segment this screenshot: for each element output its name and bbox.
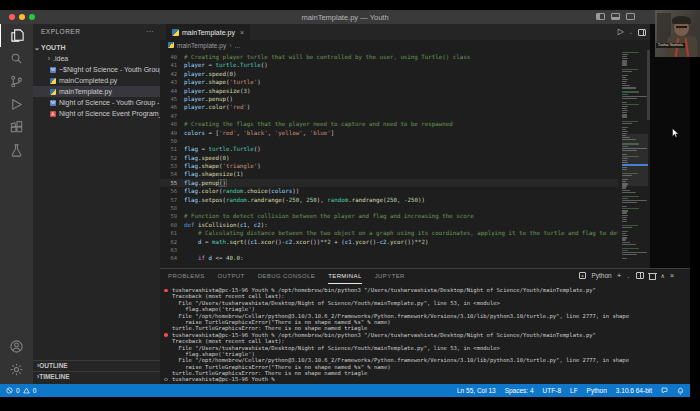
word-file-icon: W bbox=[50, 100, 56, 106]
warning-count: 0 bbox=[33, 387, 37, 394]
python-interpreter[interactable]: 3.10.6 64-bit bbox=[616, 387, 652, 394]
terminal-output[interactable]: tusharvashista@pc-15-96 Youth % /opt/hom… bbox=[164, 287, 684, 382]
python-file-icon bbox=[50, 78, 56, 84]
explorer-sidebar: EXPLORER ··· ⌄YOUTH ›.idea W~$Night of S… bbox=[33, 24, 160, 384]
feedback-icon[interactable] bbox=[661, 387, 668, 395]
gear-icon bbox=[9, 362, 24, 377]
toggle-secondary-sidebar-icon[interactable] bbox=[626, 13, 635, 20]
vscode-window: mainTemplate.py — Youth bbox=[0, 0, 700, 411]
language-mode[interactable]: Python bbox=[587, 387, 607, 394]
code-line: 53flag.shape('triangle') bbox=[160, 162, 618, 170]
split-editor-icon[interactable] bbox=[638, 29, 646, 36]
breadcrumb[interactable]: mainTemplate.py › … bbox=[160, 40, 650, 50]
eol-sequence[interactable]: LF bbox=[570, 387, 578, 394]
outline-section[interactable]: ›OUTLINE bbox=[33, 360, 160, 371]
code-editor[interactable]: 40# Creating player turtle that will be … bbox=[160, 50, 650, 268]
toggle-panel-icon[interactable] bbox=[611, 13, 620, 20]
account-button[interactable] bbox=[0, 335, 33, 358]
python-file-icon bbox=[168, 42, 174, 48]
code-line: 57flag.setpos(random.randrange(-250, 250… bbox=[160, 196, 618, 204]
explorer-file-row[interactable]: ANight of Science Event Program_Y... bbox=[33, 108, 160, 119]
toggle-sidebar-icon[interactable] bbox=[596, 13, 605, 20]
cursor-position[interactable]: Ln 55, Col 13 bbox=[457, 387, 496, 394]
code-line: 52flag.speed(0) bbox=[160, 154, 618, 162]
kill-terminal-icon[interactable] bbox=[649, 272, 656, 280]
breadcrumb-separator-icon: › bbox=[229, 42, 231, 49]
code-line: 63 bbox=[160, 246, 618, 254]
explorer-title: EXPLORER bbox=[41, 28, 80, 35]
tab-output[interactable]: OUTPUT bbox=[218, 269, 245, 284]
tab-label: mainTemplate.py bbox=[182, 29, 235, 36]
tab-problems[interactable]: PROBLEMS bbox=[168, 269, 205, 284]
activity-bar bbox=[0, 24, 33, 384]
webcam-overlay: Tushar Vashista bbox=[655, 10, 700, 57]
sidebar-item-testing[interactable] bbox=[0, 139, 33, 162]
source-control-icon bbox=[9, 74, 24, 89]
error-icon bbox=[6, 387, 13, 395]
mouse-cursor bbox=[672, 124, 679, 142]
explorer-file-row[interactable]: mainCompleted.py bbox=[33, 75, 160, 86]
code-line: 49colors = ['red', 'black', 'yellow', 'b… bbox=[160, 129, 618, 137]
code-area[interactable]: 40# Creating player turtle that will be … bbox=[160, 50, 618, 268]
code-line: 50 bbox=[160, 137, 618, 145]
chevron-down-icon: ⌄ bbox=[33, 42, 41, 53]
notifications-bell-icon[interactable] bbox=[677, 386, 684, 394]
minimap[interactable] bbox=[622, 52, 648, 266]
chevron-right-icon: › bbox=[45, 53, 53, 64]
close-panel-icon[interactable]: × bbox=[670, 272, 674, 279]
word-file-icon: W bbox=[50, 67, 56, 73]
command-prompt-icon bbox=[164, 378, 168, 382]
command-failed-icon bbox=[164, 289, 168, 293]
tab-jupyter[interactable]: JUPYTER bbox=[375, 269, 405, 284]
sidebar-item-explorer[interactable] bbox=[0, 24, 33, 47]
error-count: 0 bbox=[16, 387, 20, 394]
title-bar: mainTemplate.py — Youth bbox=[0, 10, 690, 24]
status-bar: 0 0 Ln 55, Col 13 Spaces: 4 UTF-8 LF Pyt… bbox=[0, 384, 690, 397]
explorer-file-row[interactable]: W~$Night of Science - Youth Group ... bbox=[33, 64, 160, 75]
code-line: 64 if d <= 40.0: bbox=[160, 254, 618, 262]
explorer-file-row[interactable]: WNight of Science - Youth Group - C... bbox=[33, 97, 160, 108]
terminal-line: tusharvashista@pc-15-96 Youth % bbox=[164, 376, 684, 382]
code-line: 48# Creating the flags that the player n… bbox=[160, 120, 618, 128]
sidebar-item-run-debug[interactable] bbox=[0, 93, 33, 116]
indentation[interactable]: Spaces: 4 bbox=[505, 387, 534, 394]
problems-status[interactable]: 0 0 bbox=[0, 387, 36, 395]
terminal-shell-label[interactable]: Python bbox=[591, 272, 611, 279]
tab-debug-console[interactable]: DEBUG CONSOLE bbox=[258, 269, 316, 284]
code-line: 45player.penup() bbox=[160, 95, 618, 103]
encoding[interactable]: UTF-8 bbox=[543, 387, 561, 394]
tab-terminal[interactable]: TERMINAL bbox=[328, 269, 362, 284]
code-line: 42player.speed(0) bbox=[160, 70, 618, 78]
explorer-folder-idea[interactable]: ›.idea bbox=[33, 53, 160, 64]
terminal-profile-icon: ▸ bbox=[579, 272, 586, 279]
breadcrumb-more[interactable]: … bbox=[234, 42, 241, 49]
command-failed-icon bbox=[164, 333, 168, 337]
run-dropdown-icon[interactable]: ⌄ bbox=[629, 29, 633, 35]
timeline-section[interactable]: ›TIMELINE bbox=[33, 371, 160, 382]
code-line: 56flag.color(random.choice(colors)) bbox=[160, 187, 618, 195]
code-line: 43player.shape('turtle') bbox=[160, 78, 618, 86]
terminal-dropdown-icon[interactable]: ⌄ bbox=[626, 273, 630, 279]
sidebar-item-source-control[interactable] bbox=[0, 70, 33, 93]
sidebar-item-extensions[interactable] bbox=[0, 116, 33, 139]
split-terminal-icon[interactable] bbox=[636, 272, 644, 279]
run-python-file-button[interactable]: ▷ bbox=[618, 28, 624, 36]
tab-maintemplate[interactable]: mainTemplate.py × bbox=[166, 24, 250, 40]
maximize-panel-icon[interactable]: ∧ bbox=[661, 272, 665, 279]
account-icon bbox=[9, 339, 24, 354]
code-line: 55flag.penup() bbox=[160, 179, 618, 187]
webcam-person-cap bbox=[672, 16, 691, 24]
settings-button[interactable] bbox=[0, 358, 33, 381]
code-line: 59# Function to detect collision between… bbox=[160, 212, 618, 220]
new-terminal-icon[interactable]: + bbox=[617, 271, 622, 280]
files-icon bbox=[10, 28, 25, 43]
sidebar-item-search[interactable] bbox=[0, 47, 33, 70]
breadcrumb-file[interactable]: mainTemplate.py bbox=[177, 42, 226, 49]
window-title: mainTemplate.py — Youth bbox=[0, 13, 690, 22]
code-line: 44player.shapesize(3) bbox=[160, 87, 618, 95]
explorer-root-folder[interactable]: ⌄YOUTH bbox=[33, 42, 160, 53]
explorer-file-row-selected[interactable]: mainTemplate.py bbox=[33, 86, 160, 97]
close-tab-icon[interactable]: × bbox=[240, 29, 244, 36]
minimap-viewport[interactable] bbox=[622, 134, 648, 187]
explorer-more-actions[interactable]: ··· bbox=[146, 28, 154, 35]
